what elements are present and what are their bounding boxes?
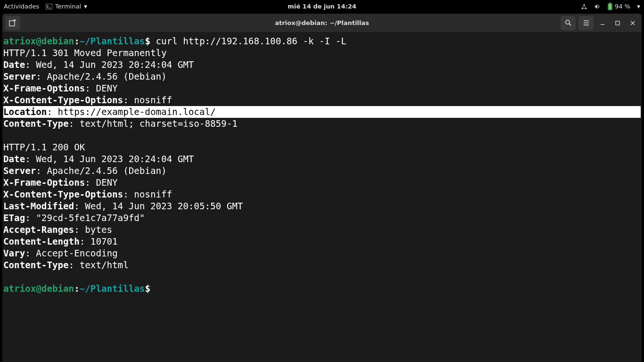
hamburger-menu-button[interactable] — [578, 16, 594, 30]
header-line: Content-Type: text/html; charset=iso-885… — [3, 118, 641, 130]
header-line: Content-Length: 10701 — [3, 236, 641, 247]
blank-line — [3, 130, 641, 141]
minimize-button[interactable] — [596, 17, 609, 29]
window-title: atriox@debian: ~/Plantillas — [275, 19, 369, 26]
header-line: X-Content-Type-Options: nosniff — [3, 189, 641, 200]
prompt-dollar: $ — [145, 283, 150, 294]
header-line: Vary: Accept-Encoding — [3, 247, 641, 259]
prompt-path: ~/Plantillas — [80, 283, 145, 294]
header-line: ETag: "29cd-5fe1c7a77a9fd" — [3, 212, 641, 224]
system-tray[interactable]: 94 % ▼ — [581, 3, 640, 10]
header-line: Content-Type: text/html — [3, 259, 641, 271]
svg-rect-6 — [609, 3, 611, 4]
prompt-sep: : — [74, 36, 80, 47]
app-menu[interactable]: Terminal ▼ — [46, 3, 87, 10]
prompt-dollar: $ — [145, 36, 150, 47]
status-line: HTTP/1.1 301 Moved Permanently — [3, 47, 641, 59]
terminal-icon — [46, 4, 52, 9]
header-line: Accept-Ranges: bytes — [3, 224, 641, 236]
header-line: Last-Modified: Wed, 14 Jun 2023 20:05:50… — [3, 200, 641, 212]
battery-percent: 94 % — [615, 3, 630, 10]
command-text: curl http://192.168.100.86 -k -I -L — [150, 36, 347, 47]
gnome-topbar: Actividades Terminal ▼ mié 14 de jun 14:… — [0, 0, 644, 13]
app-menu-label: Terminal — [55, 3, 81, 10]
header-line-highlighted: Location: https://example-domain.local/ — [3, 106, 641, 118]
maximize-button[interactable] — [611, 17, 624, 29]
battery-indicator: 94 % — [607, 3, 630, 10]
header-line: Server: Apache/2.4.56 (Debian) — [3, 71, 641, 82]
svg-rect-7 — [609, 4, 611, 9]
chevron-down-icon: ▼ — [637, 4, 640, 9]
volume-icon — [594, 3, 601, 10]
header-line: X-Content-Type-Options: nosniff — [3, 94, 641, 106]
blank-line — [3, 271, 641, 283]
new-tab-button[interactable] — [5, 16, 20, 30]
prompt-line: atriox@debian:~/Plantillas$ curl http://… — [3, 35, 641, 47]
prompt-user: atriox@debian — [3, 36, 74, 47]
terminal-output[interactable]: atriox@debian:~/Plantillas$ curl http://… — [2, 33, 642, 362]
clock[interactable]: mié 14 de jun 14:24 — [288, 3, 356, 10]
window-titlebar: atriox@debian: ~/Plantillas — [2, 14, 642, 33]
header-line: X-Frame-Options: DENY — [3, 82, 641, 94]
header-line: Date: Wed, 14 Jun 2023 20:24:04 GMT — [3, 59, 641, 71]
header-line: X-Frame-Options: DENY — [3, 177, 641, 189]
activities-button[interactable]: Actividades — [4, 3, 39, 10]
header-line: Date: Wed, 14 Jun 2023 20:24:04 GMT — [3, 153, 641, 165]
svg-point-11 — [565, 20, 569, 24]
svg-line-12 — [569, 24, 571, 25]
svg-rect-17 — [616, 21, 619, 25]
prompt-line: atriox@debian:~/Plantillas$ — [3, 283, 641, 295]
svg-rect-0 — [46, 4, 52, 9]
close-button[interactable] — [627, 17, 639, 29]
terminal-window: atriox@debian: ~/Plantillas atriox@debia… — [2, 14, 642, 362]
status-line: HTTP/1.1 200 OK — [3, 141, 641, 153]
prompt-user: atriox@debian — [3, 283, 74, 294]
svg-rect-8 — [9, 21, 15, 26]
prompt-sep: : — [74, 283, 80, 294]
header-line: Server: Apache/2.4.56 (Debian) — [3, 165, 641, 177]
search-button[interactable] — [561, 16, 576, 30]
prompt-path: ~/Plantillas — [80, 36, 145, 47]
chevron-down-icon: ▼ — [84, 4, 87, 9]
network-icon — [581, 3, 587, 10]
